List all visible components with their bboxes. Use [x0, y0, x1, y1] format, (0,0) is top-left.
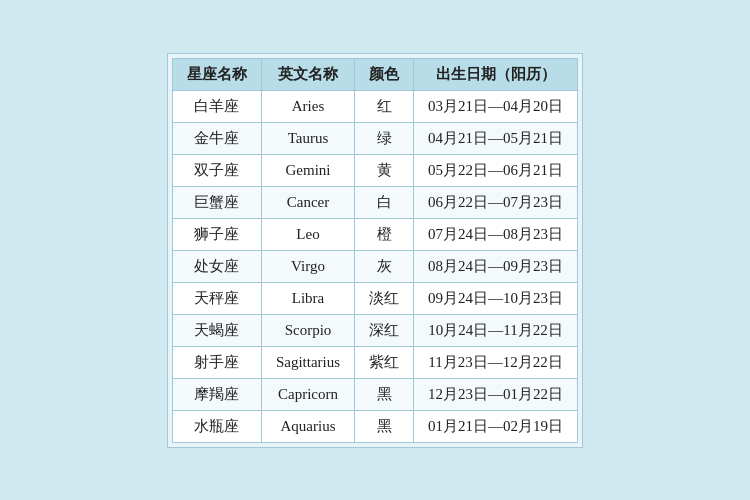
table-row: 处女座Virgo灰08月24日—09月23日 — [172, 250, 577, 282]
cell-dates: 06月22日—07月23日 — [414, 186, 578, 218]
table-row: 双子座Gemini黄05月22日—06月21日 — [172, 154, 577, 186]
table-row: 金牛座Taurus绿04月21日—05月21日 — [172, 122, 577, 154]
cell-chinese: 射手座 — [172, 346, 261, 378]
table-row: 天蝎座Scorpio深红10月24日—11月22日 — [172, 314, 577, 346]
col-header-english: 英文名称 — [261, 58, 354, 90]
cell-chinese: 水瓶座 — [172, 410, 261, 442]
cell-english: Leo — [261, 218, 354, 250]
cell-dates: 03月21日—04月20日 — [414, 90, 578, 122]
cell-color: 灰 — [355, 250, 414, 282]
table-header-row: 星座名称 英文名称 颜色 出生日期（阳历） — [172, 58, 577, 90]
table-row: 白羊座Aries红03月21日—04月20日 — [172, 90, 577, 122]
col-header-chinese: 星座名称 — [172, 58, 261, 90]
cell-chinese: 狮子座 — [172, 218, 261, 250]
table-row: 摩羯座Capricorn黑12月23日—01月22日 — [172, 378, 577, 410]
cell-english: Libra — [261, 282, 354, 314]
table-row: 射手座Sagittarius紫红11月23日—12月22日 — [172, 346, 577, 378]
cell-color: 黄 — [355, 154, 414, 186]
cell-dates: 10月24日—11月22日 — [414, 314, 578, 346]
col-header-dates: 出生日期（阳历） — [414, 58, 578, 90]
cell-color: 深红 — [355, 314, 414, 346]
cell-english: Aquarius — [261, 410, 354, 442]
cell-english: Sagittarius — [261, 346, 354, 378]
cell-dates: 09月24日—10月23日 — [414, 282, 578, 314]
cell-color: 红 — [355, 90, 414, 122]
table-row: 巨蟹座Cancer白06月22日—07月23日 — [172, 186, 577, 218]
cell-dates: 05月22日—06月21日 — [414, 154, 578, 186]
cell-dates: 08月24日—09月23日 — [414, 250, 578, 282]
cell-english: Cancer — [261, 186, 354, 218]
cell-english: Taurus — [261, 122, 354, 154]
table-row: 狮子座Leo橙07月24日—08月23日 — [172, 218, 577, 250]
cell-color: 橙 — [355, 218, 414, 250]
cell-chinese: 摩羯座 — [172, 378, 261, 410]
col-header-color: 颜色 — [355, 58, 414, 90]
zodiac-table-body: 白羊座Aries红03月21日—04月20日金牛座Taurus绿04月21日—0… — [172, 90, 577, 442]
cell-dates: 07月24日—08月23日 — [414, 218, 578, 250]
cell-dates: 12月23日—01月22日 — [414, 378, 578, 410]
table-row: 水瓶座Aquarius黑01月21日—02月19日 — [172, 410, 577, 442]
cell-chinese: 白羊座 — [172, 90, 261, 122]
cell-color: 黑 — [355, 410, 414, 442]
cell-dates: 11月23日—12月22日 — [414, 346, 578, 378]
zodiac-table: 星座名称 英文名称 颜色 出生日期（阳历） 白羊座Aries红03月21日—04… — [172, 58, 578, 443]
cell-dates: 04月21日—05月21日 — [414, 122, 578, 154]
cell-color: 白 — [355, 186, 414, 218]
cell-chinese: 双子座 — [172, 154, 261, 186]
cell-color: 淡红 — [355, 282, 414, 314]
cell-chinese: 处女座 — [172, 250, 261, 282]
cell-color: 绿 — [355, 122, 414, 154]
cell-english: Gemini — [261, 154, 354, 186]
cell-chinese: 天秤座 — [172, 282, 261, 314]
cell-dates: 01月21日—02月19日 — [414, 410, 578, 442]
cell-english: Aries — [261, 90, 354, 122]
cell-chinese: 金牛座 — [172, 122, 261, 154]
cell-english: Capricorn — [261, 378, 354, 410]
cell-chinese: 天蝎座 — [172, 314, 261, 346]
cell-color: 黑 — [355, 378, 414, 410]
cell-english: Scorpio — [261, 314, 354, 346]
cell-color: 紫红 — [355, 346, 414, 378]
zodiac-table-container: 星座名称 英文名称 颜色 出生日期（阳历） 白羊座Aries红03月21日—04… — [167, 53, 583, 448]
cell-english: Virgo — [261, 250, 354, 282]
table-row: 天秤座Libra淡红09月24日—10月23日 — [172, 282, 577, 314]
cell-chinese: 巨蟹座 — [172, 186, 261, 218]
